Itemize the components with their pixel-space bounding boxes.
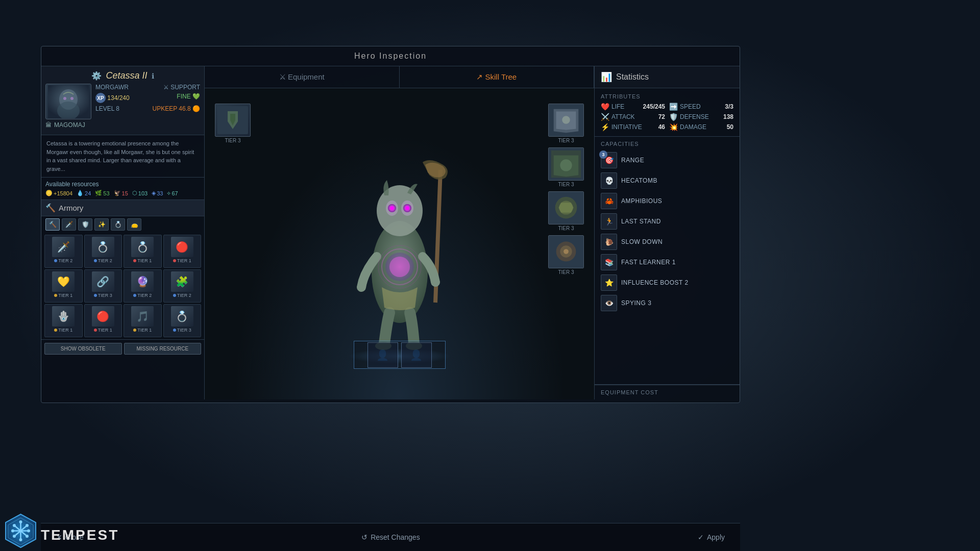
base-slot-2[interactable]: 👤 xyxy=(401,342,432,368)
capacity-icon-6: ⭐ xyxy=(601,274,617,291)
item-tier-8: TIER 1 xyxy=(54,328,72,333)
item-icon-3: 🔴 xyxy=(171,237,193,257)
center-panel: ⚔ Equipment ↗ Skill Tree xyxy=(205,66,594,399)
capacity-icon-4: 🐌 xyxy=(601,234,617,250)
right-slot-2[interactable]: TIER 3 xyxy=(548,147,584,187)
svg-point-31 xyxy=(564,249,569,254)
svg-point-8 xyxy=(389,257,410,277)
armory-item-0[interactable]: 🗡️ TIER 2 xyxy=(44,235,83,268)
hero-header: ⚙️ Cetassa II ℹ xyxy=(41,66,204,135)
capacities-list: 3 🎯 RANGE 💀 HECATOMB 🦀 AMPHIBIOUS 🏃 LAST… xyxy=(601,150,733,313)
resource-1: 💧 24 xyxy=(77,190,91,196)
armory-item-7[interactable]: 🧩 TIER 2 xyxy=(163,269,202,303)
statistics-title: Statistics xyxy=(616,72,649,82)
armory-item-5[interactable]: 🔗 TIER 3 xyxy=(84,269,122,303)
guild-row: 🏛 MAGOMAJ xyxy=(45,119,200,131)
slot-image-3 xyxy=(548,191,584,224)
tab-skill-tree[interactable]: ↗ Skill Tree xyxy=(400,66,595,88)
apply-button[interactable]: ✓ Apply xyxy=(698,533,725,541)
armory-item-4[interactable]: 💛 TIER 1 xyxy=(44,269,83,303)
equipment-icon: ⚔ xyxy=(279,72,286,81)
capacity-icon-7: 👁️ xyxy=(601,295,617,311)
info-icon: ℹ xyxy=(152,72,154,80)
resources-title: Available resources xyxy=(45,181,200,188)
speed-icon: ➡️ xyxy=(669,103,678,111)
missing-resource-button[interactable]: MISSING RESOURCE xyxy=(124,343,202,355)
window-title-bar: Hero Inspection xyxy=(41,46,740,66)
armory-item-11[interactable]: 💍 TIER 3 xyxy=(163,304,202,337)
item-icon-0: 🗡️ xyxy=(52,237,75,257)
item-tier-1: TIER 2 xyxy=(94,258,112,263)
item-tier-7: TIER 2 xyxy=(173,293,191,298)
item-tier-2: TIER 1 xyxy=(133,258,152,263)
life-label: LIFE xyxy=(611,103,624,110)
damage-label: DAMAGE xyxy=(680,123,706,131)
capacity-item-amphibious: 🦀 AMPHIBIOUS xyxy=(601,191,733,211)
reset-button[interactable]: ↺ Reset Changes xyxy=(361,533,420,541)
attack-icon: ⚔️ xyxy=(601,113,609,121)
character-figure xyxy=(323,129,476,359)
upkeep-label: UPKEEP 46.8 🟠 xyxy=(152,105,200,112)
capacities-label: CAPACITIES xyxy=(601,141,733,147)
hero-description: Cetassa is a towering emotional presence… xyxy=(41,135,204,178)
capacity-name-3: LAST STAND xyxy=(621,218,661,225)
armory-item-10[interactable]: 🎵 TIER 1 xyxy=(124,304,162,337)
right-slot-3[interactable]: TIER 3 xyxy=(548,191,584,231)
left-equipment-slot[interactable]: TIER 3 xyxy=(215,104,251,143)
attributes-label: ATTRIBUTES xyxy=(601,93,733,99)
armory-item-3[interactable]: 🔴 TIER 1 xyxy=(163,235,202,268)
filter-armor[interactable]: 🛡️ xyxy=(78,218,92,231)
capacity-name-7: SPYING 3 xyxy=(621,299,651,307)
filter-jewelry[interactable]: 💍 xyxy=(111,218,125,231)
base-slot-1[interactable]: 👤 xyxy=(368,342,398,368)
attributes-section: ATTRIBUTES ❤️ LIFE 245/245 ➡️ SPEED xyxy=(595,88,740,137)
filter-misc[interactable]: 👝 xyxy=(127,218,141,231)
svg-point-41 xyxy=(27,529,30,532)
item-icon-10: 🎵 xyxy=(131,306,154,327)
armory-item-9[interactable]: 🔴 TIER 1 xyxy=(84,304,122,337)
item-tier-10: TIER 1 xyxy=(133,328,152,333)
tab-equipment[interactable]: ⚔ Equipment xyxy=(205,66,400,88)
item-tier-3: TIER 1 xyxy=(173,258,191,263)
filter-weapons[interactable]: 🗡️ xyxy=(62,218,76,231)
damage-icon: 💥 xyxy=(669,123,678,131)
left-slot-tier: TIER 3 xyxy=(225,138,240,143)
armory-bottom-buttons: SHOW OBSOLETE MISSING RESOURCE xyxy=(41,339,204,358)
attributes-grid: ❤️ LIFE 245/245 ➡️ SPEED 3/3 xyxy=(601,103,733,131)
armory-section: 🔨 Armory 🔨 🗡️ 🛡️ ✨ 💍 👝 🗡️ TIER 2 💍 xyxy=(41,200,204,399)
capacity-name-0: RANGE xyxy=(621,157,644,164)
svg-point-3 xyxy=(63,97,66,100)
item-tier-5: TIER 3 xyxy=(94,293,112,298)
guild-icon: 🏛 xyxy=(45,121,52,129)
svg-point-4 xyxy=(70,97,74,100)
armory-items-grid: 🗡️ TIER 2 💍 TIER 2 💍 TIER 1 🔴 TIER 1 💛 T… xyxy=(41,233,204,339)
show-obsolete-button[interactable]: SHOW OBSOLETE xyxy=(44,343,122,355)
filter-all[interactable]: 🔨 xyxy=(45,218,60,231)
armory-item-1[interactable]: 💍 TIER 2 xyxy=(84,235,122,268)
resource-2: 🌿 53 xyxy=(95,190,109,196)
item-tier-6: TIER 2 xyxy=(133,293,152,298)
attack-label: ATTACK xyxy=(611,113,635,120)
defense-label: DEFENSE xyxy=(680,113,709,120)
svg-point-38 xyxy=(26,524,29,527)
filter-magic[interactable]: ✨ xyxy=(94,218,109,231)
right-slot-4[interactable]: TIER 3 xyxy=(548,235,584,275)
capacity-icon-3: 🏃 xyxy=(601,213,617,230)
svg-point-37 xyxy=(26,535,29,538)
speed-label: SPEED xyxy=(680,103,701,110)
armory-item-6[interactable]: 🔮 TIER 2 xyxy=(124,269,162,303)
slot-tier-3: TIER 3 xyxy=(558,226,574,231)
item-icon-5: 🔗 xyxy=(92,271,114,292)
capacity-name-6: INFLUENCE BOOST 2 xyxy=(621,279,689,286)
armory-item-2[interactable]: 💍 TIER 1 xyxy=(124,235,162,268)
right-slot-1[interactable]: TIER 3 xyxy=(548,104,584,143)
svg-point-9 xyxy=(377,185,423,236)
svg-point-24 xyxy=(560,159,572,171)
item-icon-4: 💛 xyxy=(52,271,75,292)
level-row: LEVEL 8 UPKEEP 46.8 🟠 xyxy=(95,105,200,112)
slot-tier-2: TIER 3 xyxy=(558,182,574,187)
svg-point-22 xyxy=(562,116,570,124)
attr-damage: 💥 DAMAGE 50 xyxy=(669,123,733,131)
armory-item-8[interactable]: 🪬 TIER 1 xyxy=(44,304,83,337)
item-icon-6: 🔮 xyxy=(131,271,154,292)
